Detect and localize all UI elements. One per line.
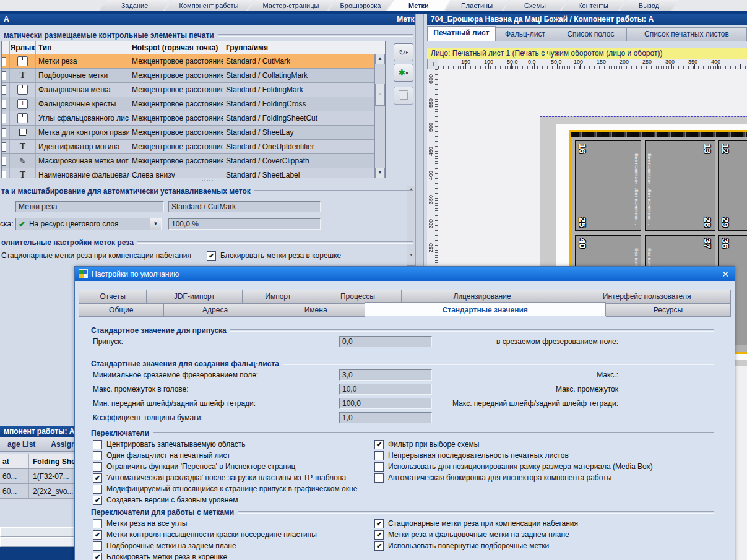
dialog-tab-процессы[interactable]: Процессы	[314, 290, 402, 303]
tab-список-полос[interactable]: Список полос	[555, 27, 627, 41]
replace-mark-button[interactable]: ↻▸	[394, 43, 413, 61]
checkbox-icon[interactable]: ✔	[374, 440, 384, 449]
field-input[interactable]: 1,0	[339, 412, 432, 423]
color-mode-dropdown[interactable]: ✔ На ресурс цветового слоя ▼	[15, 218, 162, 230]
tab-список-печатных-листов[interactable]: Список печатных листов	[627, 27, 747, 41]
top-tab-2[interactable]: Компонент работы	[165, 0, 253, 11]
checkbox-icon[interactable]	[93, 440, 102, 449]
row-checkbox-cell[interactable]	[2, 97, 10, 111]
dialog-tab-отчеты[interactable]: Отчеты	[79, 290, 147, 303]
checkbox-icon[interactable]	[374, 451, 384, 460]
checkbox-icon[interactable]	[93, 462, 102, 472]
dialog-tab-ресурсы[interactable]: Ресурсы	[606, 303, 731, 317]
checkbox-icon[interactable]	[374, 462, 384, 472]
top-tab-9[interactable]: Вывод	[620, 0, 678, 11]
collapsed-panel-strip[interactable]	[0, 527, 76, 537]
dialog-tab-общие[interactable]: Общие	[79, 303, 164, 317]
signature-pages[interactable]: 1229	[718, 140, 747, 231]
top-tab-6[interactable]: Пластины	[445, 0, 509, 11]
checkbox-icon[interactable]: ✔	[93, 553, 102, 560]
field-input-right[interactable]: 10,0	[339, 384, 418, 395]
checkbox-icon[interactable]: ✔	[93, 496, 102, 505]
delete-mark-button[interactable]	[394, 87, 413, 105]
table-row[interactable]: Фальцовочная меткаМежцентровое расстояни…	[2, 83, 385, 97]
table-row[interactable]: Фальцовочные крестыМежцентровое расстоян…	[2, 97, 385, 111]
checkbox-row[interactable]: ✔Создавать версии с базовым уровнем	[93, 494, 384, 506]
checkbox-row[interactable]: ✔Блокировать метки реза в корешке	[93, 551, 384, 560]
checkbox-icon[interactable]: ✔	[374, 519, 384, 528]
checkbox-icon[interactable]	[2, 71, 6, 80]
dialog-tab-jdf-импорт[interactable]: JDF-импорт	[147, 290, 242, 303]
checkbox-row[interactable]: Автоматическая блокировка для инспектора…	[374, 472, 665, 483]
tab-фальц-лист[interactable]: Фальц-лист	[496, 27, 555, 41]
checkbox-row[interactable]: ✔Метки реза и фальцовочные метки на задн…	[374, 529, 665, 540]
bl-tab-1[interactable]: age List	[0, 437, 43, 452]
checkbox-icon[interactable]	[2, 100, 6, 109]
top-tab-4[interactable]: Брошюровка	[329, 0, 392, 11]
dialog-titlebar[interactable]: Настройки по умолчанию ✕	[75, 267, 735, 281]
row-checkbox-cell[interactable]	[2, 111, 10, 125]
checkbox-row[interactable]: Подборочные метки на заднем плане	[93, 540, 384, 551]
checkbox-icon[interactable]	[2, 85, 6, 95]
checkbox-icon[interactable]	[93, 451, 102, 460]
scroll-up-icon[interactable]: ▲	[375, 54, 385, 64]
checkbox-icon[interactable]	[93, 519, 102, 528]
dialog-tab-интерфейс-пользователя[interactable]: Интерфейс пользователя	[563, 290, 731, 303]
checkbox-row[interactable]: ✔'Автоматическая раскладка' после загруз…	[93, 472, 384, 483]
row-checkbox-cell[interactable]	[2, 140, 10, 153]
dialog-tab-импорт[interactable]: Импорт	[243, 290, 315, 303]
checkbox-icon[interactable]: ✔	[93, 473, 102, 483]
signature-pages[interactable]: 1625Без привязки ...Без привязки ...	[575, 140, 641, 231]
scroll-down-icon[interactable]: ▼	[375, 168, 385, 178]
checkbox-row[interactable]: ✔Метки контроля насыщенности краски посе…	[93, 529, 384, 540]
checkbox-icon[interactable]	[2, 157, 6, 166]
mark-name-field[interactable]: Метки реза	[15, 201, 164, 212]
checkbox-row[interactable]: ✔Фильтр при выборе схемы	[374, 439, 665, 450]
scroll-down-icon[interactable]: ▼	[407, 252, 415, 258]
dialog-tab-имена[interactable]: Имена	[267, 303, 365, 317]
checkbox-icon[interactable]: ✔	[374, 541, 384, 551]
table-row[interactable]: Метка для контроля правильноМежцентровое…	[2, 126, 385, 140]
top-tab-8[interactable]: Контенты	[561, 0, 625, 11]
scrollbar-thumb[interactable]	[375, 84, 385, 106]
signature-pages[interactable]: 1328Без привязки ...Без привязки ...	[645, 140, 715, 231]
chevron-down-icon[interactable]: ▼	[150, 218, 161, 230]
row-checkbox-cell[interactable]	[2, 54, 10, 68]
checkbox-row[interactable]: ✔Стационарные метки реза при компенсации…	[374, 518, 665, 529]
close-icon[interactable]: ✕	[720, 269, 731, 279]
checkbox-icon[interactable]	[2, 57, 6, 66]
dialog-tab-лицензирование[interactable]: Лицензирование	[402, 290, 563, 303]
table-row[interactable]: TНаименование фальцевальноСлева внизуSta…	[2, 168, 385, 179]
table-row[interactable]: Углы сфальцованного листаМежцентровое ра…	[2, 111, 385, 126]
table-row[interactable]: TПодборочные меткиМежцентровое расстояни…	[2, 69, 385, 83]
row-checkbox-cell[interactable]	[2, 154, 10, 168]
checkbox-icon[interactable]: ✔	[207, 251, 216, 261]
checkbox-row[interactable]: Центрировать запечатываемую область	[93, 439, 384, 450]
checkbox-icon[interactable]	[2, 142, 6, 152]
table-row[interactable]: TИдентификатор мотиваМежцентровое рассто…	[2, 140, 385, 154]
top-tab-7[interactable]: Схемы	[503, 0, 567, 11]
checkbox-row[interactable]: Непрерывная последовательность печатных …	[374, 450, 665, 461]
checkbox-icon[interactable]: ✔	[93, 530, 102, 540]
checkbox-row[interactable]: Ограничить функции 'Переноса' в Инспекто…	[93, 461, 384, 472]
top-tab-1[interactable]: Задание	[99, 0, 170, 11]
scale-percent-field[interactable]: 100,0 %	[168, 218, 321, 230]
table-row[interactable]: ✎Маскировочная метка мотиваМежцентровое …	[2, 154, 385, 168]
checkbox-icon[interactable]	[93, 541, 102, 551]
checkbox-row[interactable]: Модифицируемый относящийся к странице пр…	[93, 483, 384, 494]
horizontal-splitter[interactable]: ·····	[0, 178, 415, 183]
row-checkbox-cell[interactable]	[2, 83, 10, 97]
marks-table-scrollbar[interactable]: ▲▼	[374, 54, 385, 178]
row-checkbox-cell[interactable]	[2, 126, 10, 139]
field-input-right[interactable]: 3,0	[339, 369, 418, 381]
checkbox-icon[interactable]	[374, 473, 384, 483]
mark-group-field[interactable]: Standard / CutMark	[168, 201, 321, 212]
left-panel-scrollbar[interactable]: ▲ ▼	[407, 186, 416, 266]
row-checkbox-cell[interactable]	[2, 69, 10, 82]
checkbox-icon[interactable]	[2, 171, 6, 179]
lock-cutmarks-spine-checkbox[interactable]: ✔ Блокировать метки реза в корешке	[207, 250, 341, 261]
dialog-tab-стандартные-значения[interactable]: Стандартные значения	[365, 302, 606, 316]
checkbox-row[interactable]: Один фальц-лист на печатный лист	[93, 450, 384, 461]
row-checkbox-cell[interactable]	[2, 168, 10, 179]
tab-печатный-лист[interactable]: Печатный лист	[427, 26, 496, 41]
